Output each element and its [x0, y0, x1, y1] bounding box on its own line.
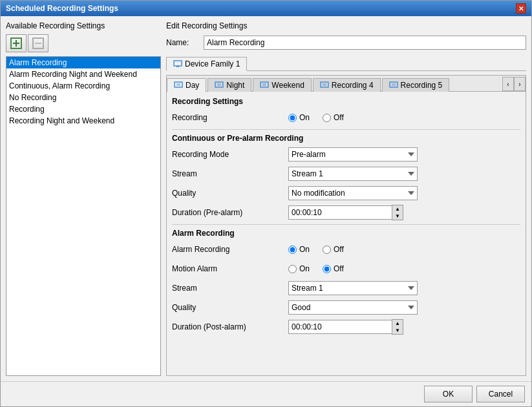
duration-post-label: Duration (Post-alarm) [172, 322, 288, 331]
recording-mode-dropdown[interactable]: Pre-alarm Continuous Off [288, 147, 418, 162]
svg-rect-6 [176, 66, 179, 67]
stream-value: Stream 1 Stream 2 [288, 167, 520, 181]
remove-recording-button[interactable] [28, 34, 48, 52]
tab-prev-button[interactable]: ‹ [502, 77, 514, 91]
name-input[interactable] [204, 36, 526, 50]
motion-alarm-row: Motion Alarm On Off [172, 261, 520, 277]
name-row: Name: [166, 36, 526, 50]
tab-weekend-label: Weekend [271, 81, 304, 90]
quality-row: Quality No modification Good Normal Low [172, 185, 520, 201]
day-icon [174, 81, 183, 89]
alarm-recording-off-radio[interactable] [323, 245, 331, 254]
name-label: Name: [166, 38, 198, 47]
tabs-area: Day Night Weekend [166, 75, 526, 376]
svg-rect-16 [392, 83, 396, 86]
motion-alarm-off-radio[interactable] [323, 265, 331, 273]
alarm-stream-value: Stream 1 Stream 2 [288, 281, 520, 295]
svg-rect-12 [262, 83, 266, 86]
motion-alarm-radio-group: On Off [288, 264, 520, 273]
left-panel: Available Recording Settings [6, 21, 161, 376]
stream-dropdown[interactable]: Stream 1 Stream 2 [288, 167, 418, 181]
dialog: Scheduled Recording Settings ✕ Available… [0, 0, 532, 407]
cancel-button[interactable]: Cancel [476, 386, 525, 402]
alarm-recording-row: Alarm Recording On Off [172, 242, 520, 257]
monitor-icon [173, 60, 182, 68]
alarm-recording-on-radio[interactable] [288, 245, 297, 254]
list-item[interactable]: No Recording [6, 92, 160, 103]
tab-weekend[interactable]: Weekend [253, 78, 311, 92]
list-item[interactable]: Alarm Recording Night and Weekend [6, 68, 160, 80]
duration-post-up-button[interactable]: ▲ [392, 320, 403, 327]
remove-icon [32, 37, 45, 50]
recording-mode-label: Recording Mode [172, 150, 288, 159]
alarm-quality-dropdown[interactable]: Good Normal Low No modification [288, 300, 418, 315]
alarm-stream-row: Stream Stream 1 Stream 2 [172, 280, 520, 296]
recording4-icon [320, 81, 329, 89]
ok-button[interactable]: OK [424, 386, 473, 402]
tab-day[interactable]: Day [167, 78, 206, 92]
list-item[interactable]: Recording [6, 103, 160, 115]
list-item[interactable]: Continuous, Alarm Recording [6, 80, 160, 92]
alarm-stream-label: Stream [172, 284, 288, 293]
recording-list[interactable]: Alarm Recording Alarm Recording Night an… [6, 56, 161, 376]
tab-recording4[interactable]: Recording 4 [313, 78, 381, 92]
recording-settings-label: Recording Settings [172, 97, 520, 106]
motion-alarm-off-label[interactable]: Off [323, 264, 344, 273]
svg-rect-8 [176, 83, 180, 86]
svg-rect-5 [174, 61, 182, 66]
motion-alarm-on-label[interactable]: On [288, 264, 310, 273]
alarm-quality-label: Quality [172, 303, 288, 312]
stream-label: Stream [172, 169, 288, 178]
motion-alarm-off-text: Off [334, 264, 344, 273]
tab-night[interactable]: Night [207, 78, 251, 92]
weekend-icon [260, 81, 269, 89]
list-item[interactable]: Alarm Recording [6, 57, 160, 68]
alarm-recording-off-text: Off [334, 245, 344, 254]
duration-post-input[interactable] [288, 320, 392, 334]
alarm-recording-on-label[interactable]: On [288, 245, 310, 254]
recording-label: Recording [172, 113, 288, 122]
right-panel: Edit Recording Settings Name: Device Fam… [166, 21, 526, 376]
list-item[interactable]: Recording Night and Weekend [6, 115, 160, 127]
duration-pre-input[interactable] [288, 205, 392, 220]
tab-bar: Day Night Weekend [167, 76, 526, 92]
recording-row: Recording On Off [172, 110, 520, 125]
recording-radio-group: On Off [288, 113, 520, 122]
alarm-recording-label: Alarm Recording [172, 245, 288, 254]
night-icon [215, 81, 224, 89]
tab-night-label: Night [226, 81, 244, 90]
duration-post-value: ▲ ▼ [288, 319, 520, 335]
recording-on-label[interactable]: On [288, 113, 310, 122]
tab-next-button[interactable]: › [514, 77, 526, 91]
recording-off-radio[interactable] [323, 114, 331, 122]
tab-recording4-label: Recording 4 [332, 81, 374, 90]
alarm-recording-on-text: On [299, 245, 310, 254]
add-icon [10, 37, 23, 50]
recording-on-radio[interactable] [288, 114, 297, 122]
tab-day-label: Day [186, 81, 199, 90]
duration-pre-spinner: ▲ ▼ [288, 205, 403, 220]
duration-pre-value: ▲ ▼ [288, 205, 520, 220]
recording-off-label[interactable]: Off [323, 113, 344, 122]
alarm-quality-row: Quality Good Normal Low No modification [172, 300, 520, 315]
alarm-section-label: Alarm Recording [172, 229, 520, 238]
svg-rect-14 [323, 83, 326, 86]
add-recording-button[interactable] [6, 34, 27, 52]
alarm-recording-off-label[interactable]: Off [323, 245, 344, 254]
duration-pre-up-button[interactable]: ▲ [392, 205, 403, 213]
motion-alarm-on-radio[interactable] [288, 265, 297, 273]
quality-dropdown[interactable]: No modification Good Normal Low [288, 186, 418, 200]
duration-post-spinner-btns: ▲ ▼ [392, 319, 403, 335]
recording-on-text: On [299, 113, 310, 122]
available-settings-title: Available Recording Settings [6, 21, 161, 30]
title-bar: Scheduled Recording Settings ✕ [1, 1, 531, 16]
recording-off-text: Off [334, 113, 344, 122]
duration-pre-row: Duration (Pre-alarm) ▲ ▼ [172, 205, 520, 220]
alarm-stream-dropdown[interactable]: Stream 1 Stream 2 [288, 281, 418, 295]
close-button[interactable]: ✕ [516, 3, 526, 14]
tab-recording5[interactable]: Recording 5 [382, 78, 450, 92]
separator2 [172, 224, 520, 225]
duration-pre-down-button[interactable]: ▼ [392, 213, 403, 220]
duration-post-down-button[interactable]: ▼ [392, 327, 403, 334]
device-family-tab[interactable]: Device Family 1 [166, 57, 247, 71]
